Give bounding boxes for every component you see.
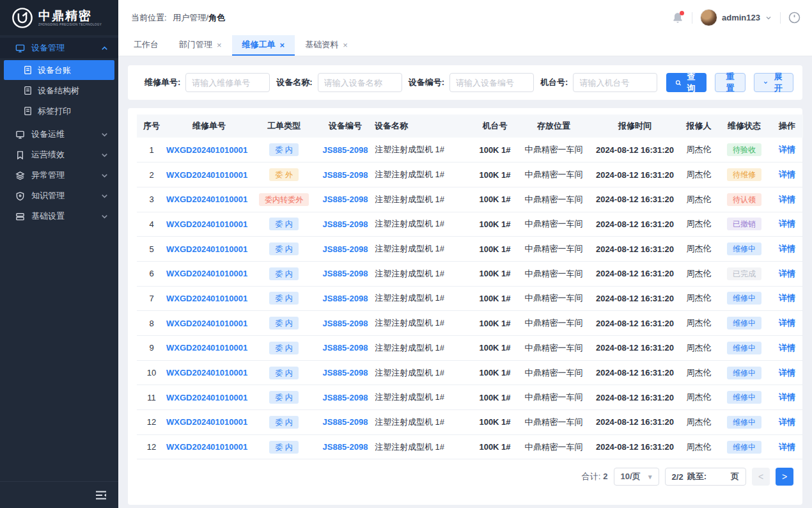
order-number-link[interactable]: WXGD202401010001 [166,442,247,452]
divider [692,12,692,24]
detail-link[interactable]: 详情 [779,244,795,253]
sidebar-item-label: 设备管理 [31,42,100,54]
row-index: 3 [137,187,166,212]
device-number-link[interactable]: JS885-2098 [323,219,368,229]
device-number-link[interactable]: JS885-2098 [323,244,368,254]
collapse-sidebar-icon[interactable] [95,490,107,500]
field-label: 机台号: [540,77,568,88]
device-number-link[interactable]: JS885-2098 [323,393,368,402]
device-number-link[interactable]: JS885-2098 [323,145,368,155]
order-number-link[interactable]: WXGD202401010001 [166,219,247,229]
detail-link[interactable]: 详情 [779,194,795,204]
order-number-link[interactable]: WXGD202401010001 [166,417,247,427]
device-number-link[interactable]: JS885-2098 [323,368,368,377]
tab-repair-work-order[interactable]: 维修工单 × [232,35,295,56]
sidebar-item-label-print[interactable]: 标签打印 [4,101,114,121]
detail-link[interactable]: 详情 [779,318,795,328]
user-menu[interactable]: admin123 [700,9,772,26]
device-name-input[interactable] [318,73,402,92]
row-index: 6 [137,261,166,286]
logout-power-icon[interactable] [788,12,800,24]
tab-basic-data[interactable]: 基础资料 × [295,35,358,56]
machine-number: 100K 1# [472,311,518,336]
close-icon[interactable]: × [343,40,348,50]
sidebar-item-knowledge-management[interactable]: 知识管理 [0,186,118,206]
breadcrumb-path: 用户管理/ [173,13,208,22]
query-button[interactable]: 查询 [666,73,707,92]
detail-link[interactable]: 详情 [779,145,795,154]
order-type-tag: 委内转委外 [259,193,309,206]
tab-bar: 工作台 部门管理 × 维修工单 × 基础资料 × [118,35,812,56]
detail-link[interactable]: 详情 [779,293,795,303]
device-number-input[interactable] [449,73,534,92]
order-number-link[interactable]: WXGD202401010001 [166,145,247,155]
device-number-link[interactable]: JS885-2098 [323,194,368,204]
device-number-link[interactable]: JS885-2098 [323,269,368,278]
detail-link[interactable]: 详情 [779,219,795,228]
storage-location: 中鼎精密一车间 [518,237,589,262]
sidebar-item-device-ops[interactable]: 设备运维 [0,124,118,145]
reporter: 周杰伦 [680,385,717,410]
device-name-field: 设备名称: [276,73,402,92]
table-header-row: 序号 维修单号 工单类型 设备编号 设备名称 机台号 存放位置 报修时间 报修人… [137,115,803,138]
detail-link[interactable]: 详情 [779,368,795,377]
reset-button[interactable]: 重置 [715,73,746,92]
chevron-up-icon [100,44,109,53]
order-number-link[interactable]: WXGD202401010001 [166,294,247,303]
order-number-link[interactable]: WXGD202401010001 [166,319,247,328]
reporter: 周杰伦 [680,187,717,212]
page-size-select[interactable]: 10/页 ▼ [614,468,659,486]
field-label: 设备名称: [276,77,312,88]
detail-link[interactable]: 详情 [779,343,795,353]
sidebar-item-basic-settings[interactable]: 基础设置 [0,206,118,226]
repair-status-badge: 待认领 [727,193,761,206]
storage-location: 中鼎精密一车间 [518,261,589,286]
device-number-link[interactable]: JS885-2098 [323,319,368,328]
tab-workbench[interactable]: 工作台 [123,35,169,56]
tab-department-management[interactable]: 部门管理 × [169,35,232,56]
order-number-link[interactable]: WXGD202401010001 [166,343,247,353]
next-page-button[interactable]: > [776,468,793,486]
sidebar-menu: 设备管理 设备台账 设备结构树 标签打印 设备运维 [0,35,118,481]
order-number-link[interactable]: WXGD202401010001 [166,368,247,377]
table-row: 8 WXGD202401010001 委 内 JS885-2098 注塑注射成型… [137,311,803,336]
prev-page-button[interactable]: < [752,468,770,486]
close-icon[interactable]: × [280,40,285,50]
device-number-link[interactable]: JS885-2098 [323,442,368,452]
device-number-link[interactable]: JS885-2098 [323,170,368,180]
sidebar-item-exception-management[interactable]: 异常管理 [0,165,118,186]
order-number-link[interactable]: WXGD202401010001 [166,194,247,204]
notification-bell-icon[interactable] [671,12,684,24]
storage-location: 中鼎精密一车间 [518,385,589,410]
table-row: 5 WXGD202401010001 委 内 JS885-2098 注塑注射成型… [137,237,803,262]
device-number-link[interactable]: JS885-2098 [323,294,368,303]
page-jump-box[interactable]: 2/2 跳至: 页 [665,468,746,486]
sidebar-item-device-ledger[interactable]: 设备台账 [4,60,114,80]
row-index: 1 [137,138,166,163]
order-number-link[interactable]: WXGD202401010001 [166,269,247,278]
detail-link[interactable]: 详情 [779,417,795,427]
machine-number-input[interactable] [573,73,657,92]
detail-link[interactable]: 详情 [779,442,795,452]
sidebar-item-device-management[interactable]: 设备管理 [0,38,118,58]
report-time: 2024-08-12 16:31:20 [589,237,680,262]
report-time: 2024-08-12 16:31:20 [589,311,680,336]
order-number-link[interactable]: WXGD202401010001 [166,393,247,402]
device-number-link[interactable]: JS885-2098 [323,417,368,427]
detail-link[interactable]: 详情 [779,269,795,278]
machine-number: 100K 1# [472,434,518,459]
device-number-link[interactable]: JS885-2098 [323,343,368,353]
sidebar-item-device-structure-tree[interactable]: 设备结构树 [4,81,114,100]
repair-order-input[interactable] [185,73,270,92]
pagination-total: 合计:2 [582,471,608,482]
notification-badge [680,11,684,15]
order-number-link[interactable]: WXGD202401010001 [166,244,247,254]
detail-link[interactable]: 详情 [779,170,795,179]
detail-link[interactable]: 详情 [779,392,795,402]
sidebar-item-operation-performance[interactable]: 运营绩效 [0,145,118,165]
order-number-link[interactable]: WXGD202401010001 [166,170,247,180]
expand-button[interactable]: 展开 [754,73,793,92]
row-index: 11 [137,385,166,410]
report-time: 2024-08-12 16:31:20 [589,261,680,286]
close-icon[interactable]: × [217,40,222,50]
